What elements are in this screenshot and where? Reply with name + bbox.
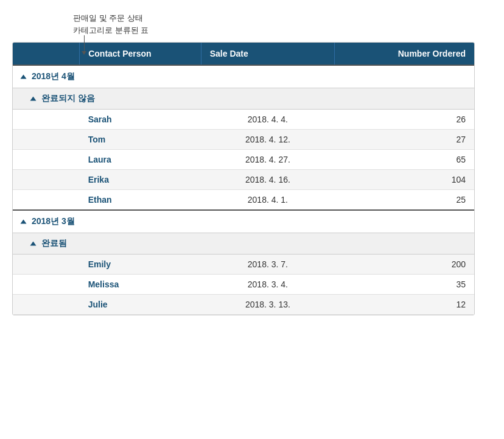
header-number-ordered: Number Ordered [335, 43, 474, 65]
row-sale-date: 2018. 4. 12. [201, 130, 334, 150]
row-sale-date: 2018. 3. 13. [201, 295, 334, 315]
row-icon-cell [13, 255, 80, 275]
main-table: Contact Person Sale Date Number Ordered … [13, 43, 474, 315]
annotation-text: 판매일 및 주문 상태 카테고리로 분류된 표 [73, 12, 492, 36]
row-icon-cell [13, 150, 80, 170]
row-contact: Laura [80, 150, 201, 170]
row-contact: Julie [80, 295, 201, 315]
collapse-icon [21, 220, 27, 224]
row-sale-date: 2018. 3. 7. [201, 255, 334, 275]
row-contact: Emily [80, 255, 201, 275]
row-number-ordered: 25 [335, 190, 474, 211]
row-number-ordered: 65 [335, 150, 474, 170]
row-contact: Sarah [80, 110, 201, 130]
annotation-area: 판매일 및 주문 상태 카테고리로 분류된 표 [12, 12, 492, 36]
annotation-arrow [82, 51, 86, 55]
row-number-ordered: 200 [335, 255, 474, 275]
table-row: Julie 2018. 3. 13. 12 [13, 295, 474, 315]
table-row: Tom 2018. 4. 12. 27 [13, 130, 474, 150]
table-row: Emily 2018. 3. 7. 200 [13, 255, 474, 275]
group-row-year[interactable]: 2018년 3월 [13, 210, 474, 233]
header-contact: Contact Person [80, 43, 201, 65]
row-sale-date: 2018. 4. 27. [201, 150, 334, 170]
row-contact: Melissa [80, 275, 201, 295]
table-row: Erika 2018. 4. 16. 104 [13, 170, 474, 190]
row-sale-date: 2018. 4. 1. [201, 190, 334, 211]
collapse-icon [30, 97, 37, 101]
group-row-status[interactable]: 완료됨 [13, 233, 474, 255]
row-icon-cell [13, 170, 80, 190]
row-icon-cell [13, 130, 80, 150]
annotation-line2: 카테고리로 분류된 표 [73, 26, 149, 35]
header-col1 [13, 43, 80, 65]
row-number-ordered: 12 [335, 295, 474, 315]
row-contact: Erika [80, 170, 201, 190]
group-label-status: 완료되지 않음 [41, 93, 95, 103]
row-number-ordered: 27 [335, 130, 474, 150]
header-sale-date: Sale Date [201, 43, 334, 65]
table-row: Sarah 2018. 4. 4. 26 [13, 110, 474, 130]
group-row-status[interactable]: 완료되지 않음 [13, 88, 474, 110]
row-icon-cell [13, 275, 80, 295]
row-contact: Ethan [80, 190, 201, 211]
table-row: Melissa 2018. 3. 4. 35 [13, 275, 474, 295]
group-label-year: 2018년 3월 [32, 216, 75, 226]
row-sale-date: 2018. 4. 16. [201, 170, 334, 190]
group-label-status: 완료됨 [41, 238, 67, 248]
row-icon-cell [13, 110, 80, 130]
row-sale-date: 2018. 4. 4. [201, 110, 334, 130]
row-icon-cell [13, 295, 80, 315]
row-contact: Tom [80, 130, 201, 150]
table-container: Contact Person Sale Date Number Ordered … [12, 42, 475, 315]
row-number-ordered: 104 [335, 170, 474, 190]
row-number-ordered: 35 [335, 275, 474, 295]
table-row: Laura 2018. 4. 27. 65 [13, 150, 474, 170]
row-sale-date: 2018. 3. 4. [201, 275, 334, 295]
annotation-line1: 판매일 및 주문 상태 [73, 13, 143, 23]
row-icon-cell [13, 190, 80, 211]
group-row-year[interactable]: 2018년 4월 [13, 65, 474, 88]
group-label-year: 2018년 4월 [32, 71, 75, 81]
collapse-icon [21, 75, 27, 79]
row-number-ordered: 26 [335, 110, 474, 130]
collapse-icon [30, 242, 37, 246]
table-row: Ethan 2018. 4. 1. 25 [13, 190, 474, 211]
